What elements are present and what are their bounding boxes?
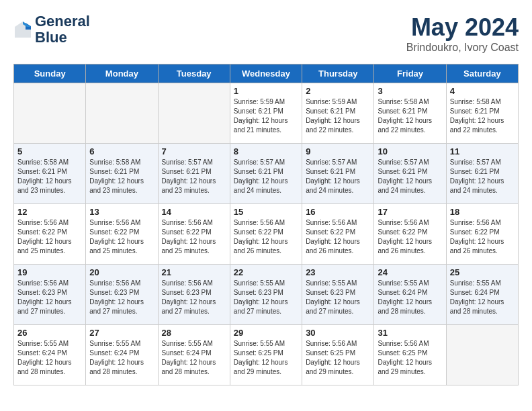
cell-info: Sunrise: 5:58 AM Sunset: 6:21 PM Dayligh… [89, 158, 154, 195]
table-row: 18Sunrise: 5:56 AM Sunset: 6:22 PM Dayli… [446, 204, 518, 265]
cell-info: Sunrise: 5:55 AM Sunset: 6:24 PM Dayligh… [89, 339, 154, 377]
cell-info: Sunrise: 5:57 AM Sunset: 6:21 PM Dayligh… [306, 158, 370, 195]
table-row: 12Sunrise: 5:56 AM Sunset: 6:22 PM Dayli… [14, 204, 86, 265]
cell-info: Sunrise: 5:55 AM Sunset: 6:23 PM Dayligh… [234, 279, 298, 316]
cell-info: Sunrise: 5:56 AM Sunset: 6:23 PM Dayligh… [89, 279, 154, 316]
cell-info: Sunrise: 5:59 AM Sunset: 6:21 PM Dayligh… [234, 97, 298, 135]
day-header-monday: Monday [86, 64, 158, 83]
table-row: 29Sunrise: 5:55 AM Sunset: 6:25 PM Dayli… [230, 325, 302, 385]
table-row: 2Sunrise: 5:59 AM Sunset: 6:21 PM Daylig… [302, 83, 374, 144]
cell-day-number: 13 [89, 207, 154, 217]
day-header-sunday: Sunday [14, 64, 86, 83]
table-row: 31Sunrise: 5:56 AM Sunset: 6:25 PM Dayli… [374, 325, 446, 385]
cell-day-number: 8 [234, 146, 298, 156]
table-row: 22Sunrise: 5:55 AM Sunset: 6:23 PM Dayli… [230, 265, 302, 325]
cell-info: Sunrise: 5:55 AM Sunset: 6:23 PM Dayligh… [306, 279, 370, 316]
cell-info: Sunrise: 5:57 AM Sunset: 6:21 PM Dayligh… [234, 158, 298, 195]
table-row: 23Sunrise: 5:55 AM Sunset: 6:23 PM Dayli… [302, 265, 374, 325]
cell-info: Sunrise: 5:55 AM Sunset: 6:24 PM Dayligh… [450, 279, 515, 316]
cell-day-number: 10 [378, 146, 442, 156]
table-row: 28Sunrise: 5:55 AM Sunset: 6:24 PM Dayli… [158, 325, 230, 385]
cell-day-number: 30 [306, 328, 370, 338]
cell-info: Sunrise: 5:57 AM Sunset: 6:21 PM Dayligh… [450, 158, 515, 195]
table-row: 25Sunrise: 5:55 AM Sunset: 6:24 PM Dayli… [446, 265, 518, 325]
cell-info: Sunrise: 5:57 AM Sunset: 6:21 PM Dayligh… [378, 158, 442, 195]
table-row: 15Sunrise: 5:56 AM Sunset: 6:22 PM Dayli… [230, 204, 302, 265]
cell-day-number: 11 [450, 146, 515, 156]
cell-info: Sunrise: 5:56 AM Sunset: 6:22 PM Dayligh… [450, 218, 515, 256]
month-year: May 2024 [406, 13, 519, 42]
table-row [86, 83, 158, 144]
cell-info: Sunrise: 5:55 AM Sunset: 6:25 PM Dayligh… [234, 339, 298, 377]
day-header-friday: Friday [374, 64, 446, 83]
cell-info: Sunrise: 5:56 AM Sunset: 6:23 PM Dayligh… [17, 279, 82, 316]
cell-day-number: 29 [234, 328, 298, 338]
cell-day-number: 22 [234, 267, 298, 277]
table-row: 16Sunrise: 5:56 AM Sunset: 6:22 PM Dayli… [302, 204, 374, 265]
cell-day-number: 24 [378, 267, 442, 277]
cell-day-number: 19 [17, 267, 82, 277]
location: Brindoukro, Ivory Coast [406, 42, 519, 54]
cell-info: Sunrise: 5:55 AM Sunset: 6:24 PM Dayligh… [17, 339, 82, 377]
cell-day-number: 17 [378, 207, 442, 217]
cell-day-number: 26 [17, 328, 82, 338]
cell-info: Sunrise: 5:56 AM Sunset: 6:22 PM Dayligh… [162, 218, 226, 256]
table-row [158, 83, 230, 144]
calendar-table: SundayMondayTuesdayWednesdayThursdayFrid… [13, 64, 519, 385]
logo-icon [13, 20, 32, 39]
title-block: May 2024 Brindoukro, Ivory Coast [406, 13, 519, 54]
table-row: 7Sunrise: 5:57 AM Sunset: 6:21 PM Daylig… [158, 144, 230, 204]
table-row: 8Sunrise: 5:57 AM Sunset: 6:21 PM Daylig… [230, 144, 302, 204]
table-row: 6Sunrise: 5:58 AM Sunset: 6:21 PM Daylig… [86, 144, 158, 204]
table-row: 30Sunrise: 5:56 AM Sunset: 6:25 PM Dayli… [302, 325, 374, 385]
cell-info: Sunrise: 5:56 AM Sunset: 6:23 PM Dayligh… [162, 279, 226, 316]
cell-day-number: 5 [17, 146, 82, 156]
table-row: 27Sunrise: 5:55 AM Sunset: 6:24 PM Dayli… [86, 325, 158, 385]
cell-day-number: 18 [450, 207, 515, 217]
cell-day-number: 16 [306, 207, 370, 217]
cell-info: Sunrise: 5:56 AM Sunset: 6:22 PM Dayligh… [378, 218, 442, 256]
cell-day-number: 6 [89, 146, 154, 156]
table-row: 21Sunrise: 5:56 AM Sunset: 6:23 PM Dayli… [158, 265, 230, 325]
cell-day-number: 9 [306, 146, 370, 156]
table-row: 14Sunrise: 5:56 AM Sunset: 6:22 PM Dayli… [158, 204, 230, 265]
cell-info: Sunrise: 5:56 AM Sunset: 6:25 PM Dayligh… [306, 339, 370, 377]
cell-info: Sunrise: 5:58 AM Sunset: 6:21 PM Dayligh… [378, 97, 442, 135]
cell-info: Sunrise: 5:58 AM Sunset: 6:21 PM Dayligh… [450, 97, 515, 135]
table-row: 5Sunrise: 5:58 AM Sunset: 6:21 PM Daylig… [14, 144, 86, 204]
table-row: 10Sunrise: 5:57 AM Sunset: 6:21 PM Dayli… [374, 144, 446, 204]
cell-day-number: 31 [378, 328, 442, 338]
table-row: 9Sunrise: 5:57 AM Sunset: 6:21 PM Daylig… [302, 144, 374, 204]
cell-info: Sunrise: 5:59 AM Sunset: 6:21 PM Dayligh… [306, 97, 370, 135]
cell-info: Sunrise: 5:56 AM Sunset: 6:22 PM Dayligh… [234, 218, 298, 256]
cell-day-number: 3 [378, 86, 442, 96]
table-row [14, 83, 86, 144]
cell-info: Sunrise: 5:57 AM Sunset: 6:21 PM Dayligh… [162, 158, 226, 195]
cell-day-number: 20 [89, 267, 154, 277]
cell-day-number: 27 [89, 328, 154, 338]
cell-day-number: 23 [306, 267, 370, 277]
table-row: 1Sunrise: 5:59 AM Sunset: 6:21 PM Daylig… [230, 83, 302, 144]
table-row: 24Sunrise: 5:55 AM Sunset: 6:24 PM Dayli… [374, 265, 446, 325]
day-header-saturday: Saturday [446, 64, 518, 83]
day-header-wednesday: Wednesday [230, 64, 302, 83]
table-row: 17Sunrise: 5:56 AM Sunset: 6:22 PM Dayli… [374, 204, 446, 265]
cell-info: Sunrise: 5:56 AM Sunset: 6:22 PM Dayligh… [89, 218, 154, 256]
cell-info: Sunrise: 5:58 AM Sunset: 6:21 PM Dayligh… [17, 158, 82, 195]
cell-day-number: 14 [162, 207, 226, 217]
cell-info: Sunrise: 5:55 AM Sunset: 6:24 PM Dayligh… [378, 279, 442, 316]
cell-info: Sunrise: 5:56 AM Sunset: 6:22 PM Dayligh… [17, 218, 82, 256]
table-row: 11Sunrise: 5:57 AM Sunset: 6:21 PM Dayli… [446, 144, 518, 204]
table-row: 13Sunrise: 5:56 AM Sunset: 6:22 PM Dayli… [86, 204, 158, 265]
cell-day-number: 1 [234, 86, 298, 96]
cell-info: Sunrise: 5:56 AM Sunset: 6:22 PM Dayligh… [306, 218, 370, 256]
cell-info: Sunrise: 5:55 AM Sunset: 6:24 PM Dayligh… [162, 339, 226, 377]
cell-day-number: 4 [450, 86, 515, 96]
cell-info: Sunrise: 5:56 AM Sunset: 6:25 PM Dayligh… [378, 339, 442, 377]
table-row: 20Sunrise: 5:56 AM Sunset: 6:23 PM Dayli… [86, 265, 158, 325]
page-header: General Blue May 2024 Brindoukro, Ivory … [13, 13, 519, 54]
table-row: 4Sunrise: 5:58 AM Sunset: 6:21 PM Daylig… [446, 83, 518, 144]
cell-day-number: 7 [162, 146, 226, 156]
table-row [446, 325, 518, 385]
cell-day-number: 15 [234, 207, 298, 217]
